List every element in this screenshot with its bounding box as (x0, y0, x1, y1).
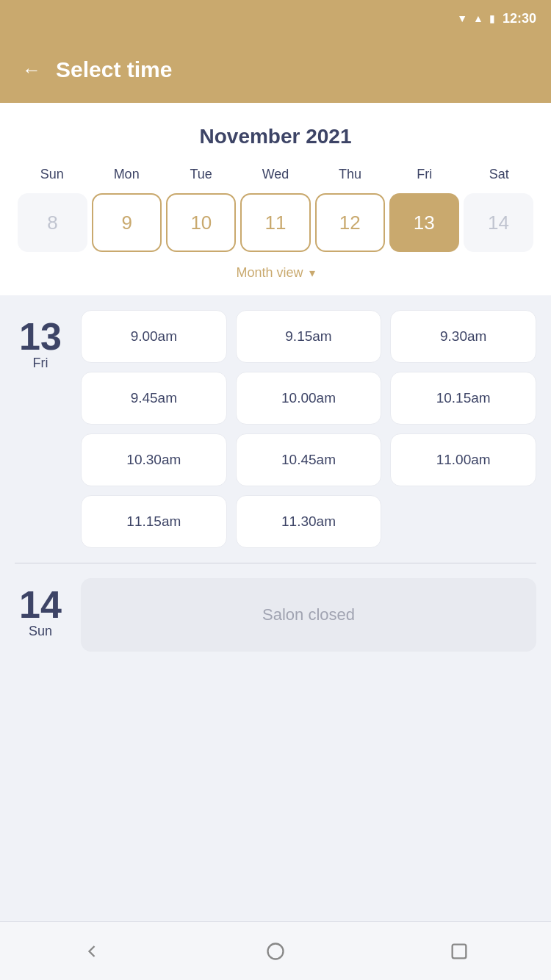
back-button[interactable]: ← (22, 59, 41, 82)
day-13-section: 13 Fri 9.00am 9.15am 9.30am 9.45am 10.00… (0, 295, 551, 563)
svg-point-0 (268, 943, 284, 959)
salon-closed-text: Salon closed (262, 605, 355, 624)
slot-945am[interactable]: 9.45am (81, 372, 227, 425)
slot-1015am[interactable]: 10.15am (390, 372, 536, 425)
slot-1045am[interactable]: 10.45am (236, 433, 382, 486)
date-label-14: 14 Sun (15, 578, 66, 639)
dates-row: 8 9 10 11 12 13 14 (15, 193, 536, 252)
date-label-13: 13 Fri (15, 310, 66, 371)
slot-1115am[interactable]: 11.15am (81, 495, 227, 548)
nav-recent-button[interactable] (444, 937, 474, 966)
weekdays-row: Sun Mon Tue Wed Thu Fri Sat (15, 163, 536, 186)
slot-1030am[interactable]: 10.30am (81, 433, 227, 486)
weekday-sat: Sat (462, 163, 536, 186)
weekday-thu: Thu (313, 163, 387, 186)
date-8[interactable]: 8 (18, 193, 87, 252)
status-bar: ▼ ▲ ▮ 12:30 (0, 0, 551, 37)
date-number-14: 14 (19, 586, 62, 624)
weekday-wed: Wed (238, 163, 312, 186)
date-12[interactable]: 12 (315, 193, 385, 252)
month-title: November 2021 (15, 125, 536, 148)
bottom-nav (0, 921, 551, 980)
weekday-tue: Tue (164, 163, 238, 186)
date-13[interactable]: 13 (389, 193, 459, 252)
status-icons: ▼ ▲ ▮ (457, 12, 495, 24)
status-time: 12:30 (503, 11, 536, 26)
page-title: Select time (56, 57, 172, 82)
date-9[interactable]: 9 (92, 193, 162, 252)
date-14[interactable]: 14 (464, 193, 533, 252)
svg-rect-1 (453, 944, 467, 958)
month-view-label: Month view (236, 265, 303, 281)
slot-900am[interactable]: 9.00am (81, 310, 227, 363)
date-dayname-14: Sun (29, 624, 52, 639)
weekday-fri: Fri (387, 163, 461, 186)
wifi-icon: ▼ (457, 12, 467, 24)
weekday-mon: Mon (89, 163, 163, 186)
calendar-section: November 2021 Sun Mon Tue Wed Thu Fri Sa… (0, 103, 551, 295)
date-10[interactable]: 10 (166, 193, 236, 252)
header: ← Select time (0, 37, 551, 103)
slot-1000am[interactable]: 10.00am (236, 372, 382, 425)
time-slots-grid-13: 9.00am 9.15am 9.30am 9.45am 10.00am 10.1… (81, 310, 536, 548)
slot-915am[interactable]: 9.15am (236, 310, 382, 363)
slot-930am[interactable]: 9.30am (390, 310, 536, 363)
salon-closed-box: Salon closed (81, 578, 536, 652)
slot-1130am[interactable]: 11.30am (236, 495, 382, 548)
date-dayname-13: Fri (33, 356, 48, 371)
month-view-toggle[interactable]: Month view ▾ (15, 265, 536, 281)
weekday-sun: Sun (15, 163, 89, 186)
battery-icon: ▮ (489, 12, 495, 24)
signal-icon: ▲ (473, 12, 483, 24)
date-11[interactable]: 11 (240, 193, 310, 252)
date-number-13: 13 (19, 317, 62, 356)
nav-back-button[interactable] (77, 937, 107, 966)
slot-1100am[interactable]: 11.00am (390, 433, 536, 486)
chevron-down-icon: ▾ (309, 266, 315, 280)
nav-home-button[interactable] (261, 937, 290, 966)
day-14-section: 14 Sun Salon closed (0, 563, 551, 674)
